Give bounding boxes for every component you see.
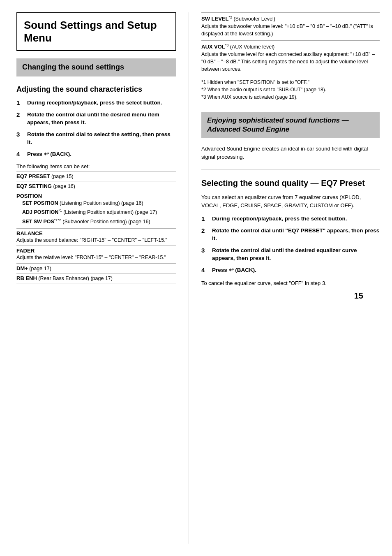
right-column: SW LEVEL*2 (Subwoofer Level) Adjusts the… (189, 12, 392, 544)
item-fader: FADER Adjusts the relative level: "FRONT… (16, 246, 176, 263)
sel-step-4: 4 Press ↩ (BACK). (201, 266, 380, 274)
step-text-4: Press ↩ (BACK). (27, 151, 71, 158)
step-text-1: During reception/playback, press the sel… (27, 99, 162, 107)
adjusting-steps: 1 During reception/playback, press the s… (16, 99, 176, 158)
enjoying-sound-desc: Advanced Sound Engine creates an ideal i… (201, 145, 380, 161)
section-adjusting: Adjusting the sound characteristics 1 Du… (16, 85, 176, 283)
step-3: 3 Rotate the control dial to select the … (16, 131, 176, 146)
item-set-sw-pos: SET SW POS*1*2 (Subwoofer Position setti… (16, 217, 176, 227)
step-num-3: 3 (16, 131, 25, 138)
page-title: Sound Settings and Setup Menu (24, 19, 169, 44)
step-num-4: 4 (16, 151, 25, 158)
item-rb-enh: RB ENH (Rear Bass Enhancer) (page 17) (16, 273, 176, 283)
footnote-2: *2 When the audio output is set to "SUB-… (201, 86, 380, 93)
footnotes-section: *1 Hidden when "SET POSITION" is set to … (201, 79, 380, 101)
sel-step-text-1: During reception/playback, press the sel… (212, 215, 347, 223)
footnote-1: *1 Hidden when "SET POSITION" is set to … (201, 79, 380, 86)
item-aux-vol: AUX VOL*3 (AUX Volume level) Adjusts the… (201, 40, 380, 76)
step-text-3: Rotate the control dial to select the se… (27, 131, 176, 146)
page-number: 15 (185, 291, 363, 301)
item-eq7-setting: EQ7 SETTING (page 16) (16, 181, 176, 191)
enjoying-sound-header: Enjoying sophisticated sound functions —… (207, 116, 374, 134)
sel-step-text-3: Rotate the control dial until the desire… (212, 247, 380, 262)
sel-step-1: 1 During reception/playback, press the s… (201, 215, 380, 223)
sel-step-text-2: Rotate the control dial until "EQ7 PRESE… (212, 227, 380, 243)
item-dm-plus: DM+ (page 17) (16, 263, 176, 273)
changing-sound-header: Changing the sound settings (22, 63, 171, 72)
footnote-3: *3 When AUX source is activated (page 19… (201, 93, 380, 101)
sel-step-2: 2 Rotate the control dial until "EQ7 PRE… (201, 227, 380, 243)
step-2: 2 Rotate the control dial until the desi… (16, 111, 176, 127)
item-balance: BALANCE Adjusts the sound balance: "RIGH… (16, 228, 176, 246)
item-adj-position: ADJ POSITION*1 (Listening Position adjus… (16, 208, 176, 217)
step-num-2: 2 (16, 111, 25, 118)
title-box: Sound Settings and Setup Menu (16, 12, 176, 51)
settings-items-list: EQ7 PRESET (page 15) EQ7 SETTING (page 1… (16, 171, 176, 283)
sel-step-text-4: Press ↩ (BACK). (212, 266, 256, 274)
item-sw-level: SW LEVEL*2 (Subwoofer Level) Adjusts the… (201, 12, 380, 40)
sel-step-num-2: 2 (201, 227, 210, 234)
step-4: 4 Press ↩ (BACK). (16, 151, 176, 158)
adjusting-heading: Adjusting the sound characteristics (16, 85, 176, 94)
sel-step-num-4: 4 (201, 266, 210, 273)
selecting-desc: You can select an equalizer curve from 7… (201, 193, 380, 209)
item-eq7-preset: EQ7 PRESET (page 15) (16, 171, 176, 181)
selecting-heading: Selecting the sound quality — EQ7 Preset (201, 178, 380, 188)
divider-2 (201, 169, 380, 169)
item-position: POSITION SET POSITION (Listening Positio… (16, 191, 176, 228)
cancel-text: To cancel the equalizer curve, select "O… (201, 279, 380, 287)
step-1: 1 During reception/playback, press the s… (16, 99, 176, 107)
following-text: The following items can be set: (16, 163, 176, 169)
section-changing-header: Changing the sound settings (16, 58, 176, 76)
item-set-position: SET POSITION (Listening Position setting… (16, 199, 176, 208)
divider-1 (201, 105, 380, 105)
sel-step-3: 3 Rotate the control dial until the desi… (201, 247, 380, 262)
sel-step-num-1: 1 (201, 215, 210, 222)
sel-step-num-3: 3 (201, 247, 210, 254)
step-num-1: 1 (16, 99, 25, 106)
selecting-steps: 1 During reception/playback, press the s… (201, 215, 380, 274)
step-text-2: Rotate the control dial until the desire… (27, 111, 176, 127)
enjoying-sound-header-box: Enjoying sophisticated sound functions —… (201, 112, 380, 138)
